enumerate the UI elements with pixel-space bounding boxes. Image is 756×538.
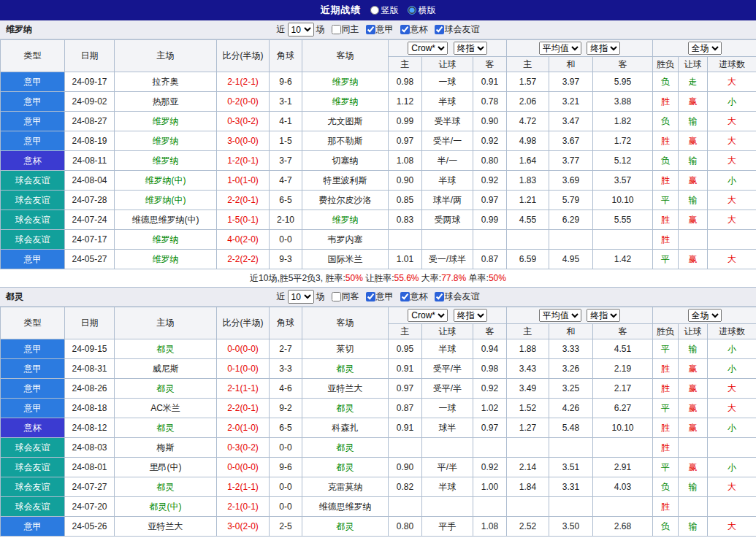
filter-league-serie-a[interactable]: 意甲 xyxy=(366,23,394,36)
date-cell: 24-08-31 xyxy=(65,359,115,379)
avg-draw-cell: 6.29 xyxy=(549,210,593,230)
home-team-cell: 维罗纳 xyxy=(115,131,217,151)
club-friendly-checkbox[interactable] xyxy=(435,292,444,301)
odds-away-cell: 1.00 xyxy=(473,477,507,497)
away-team-cell: 维罗纳 xyxy=(302,72,389,92)
avg-home-cell: 1.83 xyxy=(507,171,549,191)
goals-result-cell: 大 xyxy=(708,72,756,92)
handicap-cell: 半/一 xyxy=(422,151,473,171)
col-home: 主场 xyxy=(115,40,217,72)
recent-count-select[interactable]: 10 xyxy=(288,23,314,36)
handicap-result-cell: 赢 xyxy=(679,379,708,399)
home-team-cell: 维罗纳 xyxy=(115,230,217,250)
near-label: 近 xyxy=(277,23,286,36)
league-type-cell: 意甲 xyxy=(1,250,65,269)
result-cell: 胜 xyxy=(653,230,679,250)
odds-final-select[interactable]: 终指 xyxy=(454,309,487,322)
italy-cup-checkbox[interactable] xyxy=(400,292,410,301)
odds-away-cell: 0.99 xyxy=(473,210,507,230)
goals-result-cell: 大 xyxy=(708,517,756,537)
league-type-cell: 球会友谊 xyxy=(1,171,65,191)
avg-draw-cell: 3.69 xyxy=(549,171,593,191)
odds-away-cell: 0.78 xyxy=(473,92,507,112)
avg-odds-select[interactable]: 平均值 xyxy=(539,42,581,55)
col-odds-home: 主 xyxy=(389,324,422,339)
filter-same-away[interactable]: 同客 xyxy=(332,291,359,303)
horizontal-radio-input[interactable] xyxy=(408,6,416,15)
avg-final-select[interactable]: 终指 xyxy=(587,42,620,55)
date-cell: 24-09-02 xyxy=(65,92,115,112)
date-cell: 24-07-24 xyxy=(65,210,115,230)
vertical-radio-label: 竖版 xyxy=(381,4,399,17)
filter-league-club-friendly[interactable]: 球会友谊 xyxy=(435,23,480,36)
col-odds-away: 客 xyxy=(473,57,507,72)
goals-result-cell: 大 xyxy=(708,151,756,171)
score-cell: 1-2(0-1) xyxy=(217,151,270,171)
avg-odds-select[interactable]: 平均值 xyxy=(539,309,581,322)
club-friendly-checkbox[interactable] xyxy=(435,25,444,34)
handicap-result-cell: 赢 xyxy=(679,250,708,269)
league-type-cell: 意杯 xyxy=(1,418,65,438)
avg-final-select[interactable]: 终指 xyxy=(587,309,620,322)
col-away: 客场 xyxy=(302,307,389,339)
summary-segment: 单率: xyxy=(466,273,489,283)
fulltime-scope-select[interactable]: 全场 xyxy=(688,309,722,322)
avg-home-cell: 1.88 xyxy=(507,339,549,359)
filter-same-home[interactable]: 同主 xyxy=(332,23,359,36)
odds-home-cell: 1.08 xyxy=(389,151,422,171)
odds-company-select[interactable]: Crow* xyxy=(408,309,448,322)
col-avg-home: 主 xyxy=(507,324,549,339)
avg-home-cell xyxy=(507,438,549,458)
filter-league-italy-cup[interactable]: 意杯 xyxy=(400,23,428,36)
layout-radio-horizontal[interactable]: 横版 xyxy=(408,4,436,17)
italy-cup-checkbox[interactable] xyxy=(400,25,410,34)
recent-count-select[interactable]: 10 xyxy=(288,290,314,304)
score-cell: 1-0(1-0) xyxy=(217,171,270,191)
odds-home-cell xyxy=(389,497,422,517)
avg-home-cell: 2.14 xyxy=(507,458,549,477)
home-team-cell: 都灵 xyxy=(115,379,217,399)
goals-result-cell: 小 xyxy=(708,339,756,359)
fulltime-scope-select[interactable]: 全场 xyxy=(688,42,722,55)
col-handicap-result: 让球 xyxy=(679,57,708,72)
filter-league-club-friendly[interactable]: 球会友谊 xyxy=(435,291,480,303)
same-home-label: 同主 xyxy=(342,23,359,36)
same-away-checkbox[interactable] xyxy=(332,292,341,301)
avg-away-cell: 4.03 xyxy=(593,477,653,497)
odds-final-select[interactable]: 终指 xyxy=(454,42,487,55)
league-type-cell: 球会友谊 xyxy=(1,458,65,477)
match-row: 意甲24-09-15都灵0-0(0-0)2-7莱切0.95半球0.941.883… xyxy=(1,339,756,359)
corner-cell: 0-0 xyxy=(270,230,302,250)
odds-away-cell: 1.02 xyxy=(473,399,507,418)
home-team-cell: 都灵(中) xyxy=(115,497,217,517)
col-result: 胜负 xyxy=(653,57,679,72)
result-cell: 胜 xyxy=(653,438,679,458)
odds-company-select[interactable]: Crow* xyxy=(408,42,448,55)
league-type-cell: 球会友谊 xyxy=(1,230,65,250)
handicap-result-cell xyxy=(679,438,708,458)
filter-league-italy-cup[interactable]: 意杯 xyxy=(400,291,428,303)
league-type-cell: 球会友谊 xyxy=(1,210,65,230)
odds-away-cell xyxy=(473,438,507,458)
odds-home-cell xyxy=(389,438,422,458)
match-row: 意甲24-08-18AC米兰2-2(0-1)9-2都灵0.87一球1.021.5… xyxy=(1,399,756,418)
layout-radio-vertical[interactable]: 竖版 xyxy=(370,4,399,17)
avg-draw-cell: 3.21 xyxy=(549,92,593,112)
home-team-cell: 维德思维罗纳(中) xyxy=(115,210,217,230)
score-cell: 2-1(2-1) xyxy=(217,72,270,92)
handicap-result-cell: 输 xyxy=(679,151,708,171)
col-goals-result: 进球数 xyxy=(708,57,756,72)
vertical-radio-input[interactable] xyxy=(370,6,379,15)
match-row: 球会友谊24-07-20都灵(中)2-1(0-1)0-0维德思维罗纳胜 xyxy=(1,497,756,517)
score-cell: 2-2(0-1) xyxy=(217,399,270,418)
avg-draw-cell xyxy=(549,497,593,517)
same-home-checkbox[interactable] xyxy=(332,25,341,34)
avg-draw-cell: 3.31 xyxy=(549,477,593,497)
serie-a-checkbox[interactable] xyxy=(366,292,375,301)
goals-result-cell: 大 xyxy=(708,250,756,269)
odds-away-cell: 1.08 xyxy=(473,517,507,537)
serie-a-checkbox[interactable] xyxy=(366,25,375,34)
match-row: 意杯24-08-12都灵2-0(1-0)6-5科森扎0.91球半0.971.27… xyxy=(1,418,756,438)
filter-league-serie-a[interactable]: 意甲 xyxy=(366,291,394,303)
match-row: 意杯24-08-11维罗纳1-2(0-1)3-7切塞纳1.08半/一0.801.… xyxy=(1,151,756,171)
